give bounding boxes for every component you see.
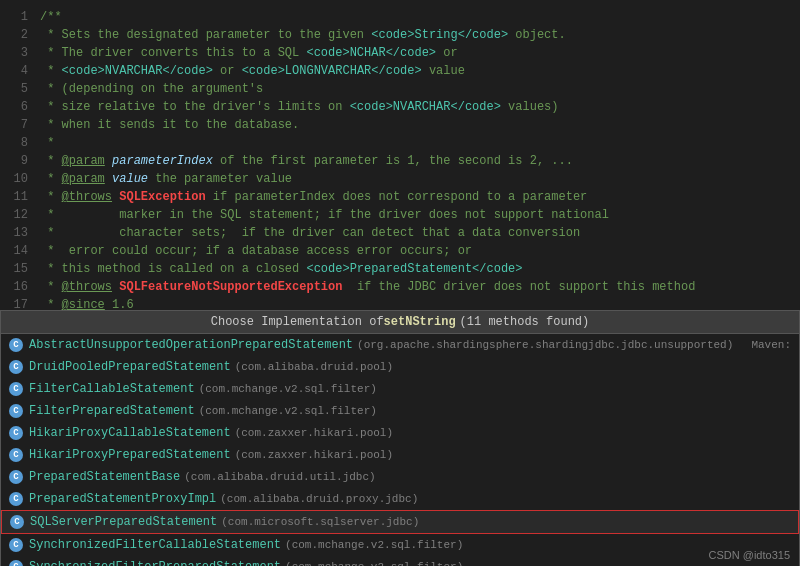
code-editor: 1 /** 2 * Sets the designated parameter …: [0, 0, 800, 310]
implementation-popup: Choose Implementation of setNString (11 …: [0, 310, 800, 566]
class-name-label: HikariProxyCallableStatement: [29, 424, 231, 442]
popup-method-name: setNString: [384, 315, 456, 329]
maven-label: Maven:: [751, 336, 791, 354]
list-item[interactable]: CFilterCallableStatement(com.mchange.v2.…: [1, 378, 799, 400]
class-name-label: FilterCallableStatement: [29, 380, 195, 398]
class-icon: C: [9, 560, 23, 566]
package-label: (com.alibaba.druid.proxy.jdbc): [220, 490, 418, 508]
class-name-label: SQLServerPreparedStatement: [30, 513, 217, 531]
list-item[interactable]: CPreparedStatementBase(com.alibaba.druid…: [1, 466, 799, 488]
popup-title-text: Choose Implementation of: [211, 315, 384, 329]
class-icon: C: [9, 338, 23, 352]
class-name-label: FilterPreparedStatement: [29, 402, 195, 420]
class-icon: C: [9, 538, 23, 552]
class-icon: C: [9, 448, 23, 462]
class-name-label: HikariProxyPreparedStatement: [29, 446, 231, 464]
list-item[interactable]: CSynchronizedFilterPreparedStatement(com…: [1, 556, 799, 566]
package-label: (com.zaxxer.hikari.pool): [235, 446, 393, 464]
class-icon: C: [9, 360, 23, 374]
popup-list: CAbstractUnsupportedOperationPreparedSta…: [1, 334, 799, 566]
class-icon: C: [10, 515, 24, 529]
popup-count: (11 methods found): [460, 315, 590, 329]
list-item[interactable]: CFilterPreparedStatement(com.mchange.v2.…: [1, 400, 799, 422]
popup-header: Choose Implementation of setNString (11 …: [1, 311, 799, 334]
footer-watermark: CSDN @idto315: [709, 549, 790, 561]
package-label: (com.alibaba.druid.pool): [235, 358, 393, 376]
package-label: (org.apache.shardingsphere.shardingjdbc.…: [357, 336, 733, 354]
class-name-label: AbstractUnsupportedOperationPreparedStat…: [29, 336, 353, 354]
list-item[interactable]: CPreparedStatementProxyImpl(com.alibaba.…: [1, 488, 799, 510]
list-item[interactable]: CAbstractUnsupportedOperationPreparedSta…: [1, 334, 799, 356]
class-name-label: SynchronizedFilterPreparedStatement: [29, 558, 281, 566]
package-label: (com.mchange.v2.sql.filter): [285, 558, 463, 566]
class-icon: C: [9, 470, 23, 484]
package-label: (com.mchange.v2.sql.filter): [199, 380, 377, 398]
class-name-label: SynchronizedFilterCallableStatement: [29, 536, 281, 554]
class-icon: C: [9, 492, 23, 506]
package-label: (com.zaxxer.hikari.pool): [235, 424, 393, 442]
class-icon: C: [9, 404, 23, 418]
package-label: (com.mchange.v2.sql.filter): [199, 402, 377, 420]
package-label: (com.microsoft.sqlserver.jdbc): [221, 513, 419, 531]
list-item[interactable]: CSynchronizedFilterCallableStatement(com…: [1, 534, 799, 556]
class-icon: C: [9, 426, 23, 440]
class-name-label: PreparedStatementProxyImpl: [29, 490, 216, 508]
list-item[interactable]: CDruidPooledPreparedStatement(com.alibab…: [1, 356, 799, 378]
class-name-label: PreparedStatementBase: [29, 468, 180, 486]
list-item[interactable]: CHikariProxyCallableStatement(com.zaxxer…: [1, 422, 799, 444]
package-label: (com.mchange.v2.sql.filter): [285, 536, 463, 554]
class-icon: C: [9, 382, 23, 396]
list-item[interactable]: CHikariProxyPreparedStatement(com.zaxxer…: [1, 444, 799, 466]
list-item[interactable]: CSQLServerPreparedStatement(com.microsof…: [1, 510, 799, 534]
class-name-label: DruidPooledPreparedStatement: [29, 358, 231, 376]
package-label: (com.alibaba.druid.util.jdbc): [184, 468, 375, 486]
